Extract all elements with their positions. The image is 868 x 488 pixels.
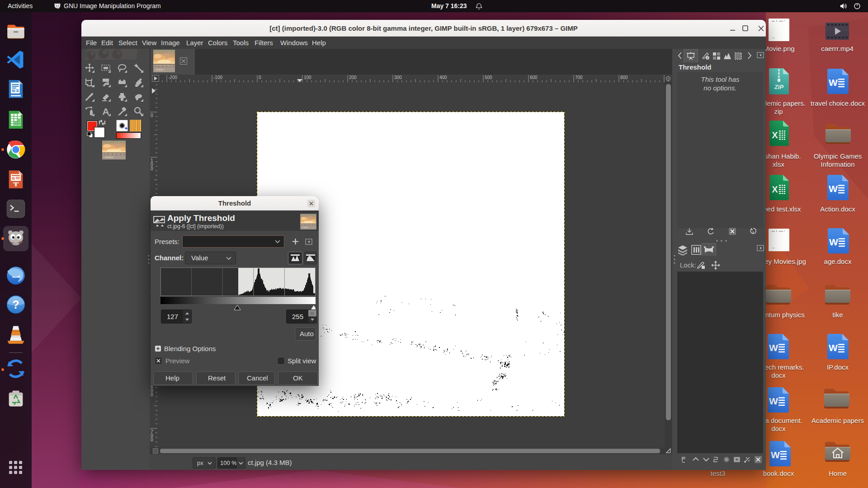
svg-text:600: 600 bbox=[530, 75, 538, 80]
svg-text:W: W bbox=[769, 396, 778, 406]
svg-text:X: X bbox=[772, 184, 778, 194]
svg-text:0: 0 bbox=[259, 75, 261, 80]
svg-text:X: X bbox=[772, 130, 778, 140]
svg-text:700: 700 bbox=[575, 75, 583, 80]
svg-text:W: W bbox=[829, 77, 838, 88]
svg-text:W: W bbox=[829, 183, 838, 194]
svg-text:ZiP: ZiP bbox=[774, 84, 784, 90]
svg-text:0: 0 bbox=[151, 166, 153, 171]
svg-text:-100: -100 bbox=[213, 75, 222, 80]
svg-text:?: ? bbox=[12, 298, 19, 311]
svg-text:W: W bbox=[769, 343, 778, 353]
svg-text:0: 0 bbox=[151, 113, 153, 118]
svg-text:500: 500 bbox=[485, 75, 492, 80]
svg-text:-200: -200 bbox=[168, 75, 177, 80]
svg-text:400: 400 bbox=[439, 75, 447, 80]
svg-text:0: 0 bbox=[151, 437, 153, 442]
svg-text:W: W bbox=[771, 450, 780, 460]
svg-text:100: 100 bbox=[304, 75, 311, 80]
svg-text:W: W bbox=[829, 237, 838, 247]
svg-text:300: 300 bbox=[394, 75, 402, 80]
svg-text:W: W bbox=[829, 343, 838, 353]
svg-text:200: 200 bbox=[349, 75, 357, 80]
svg-text:A: A bbox=[102, 106, 109, 117]
svg-text:0: 0 bbox=[151, 392, 153, 397]
svg-text:800: 800 bbox=[620, 75, 628, 80]
